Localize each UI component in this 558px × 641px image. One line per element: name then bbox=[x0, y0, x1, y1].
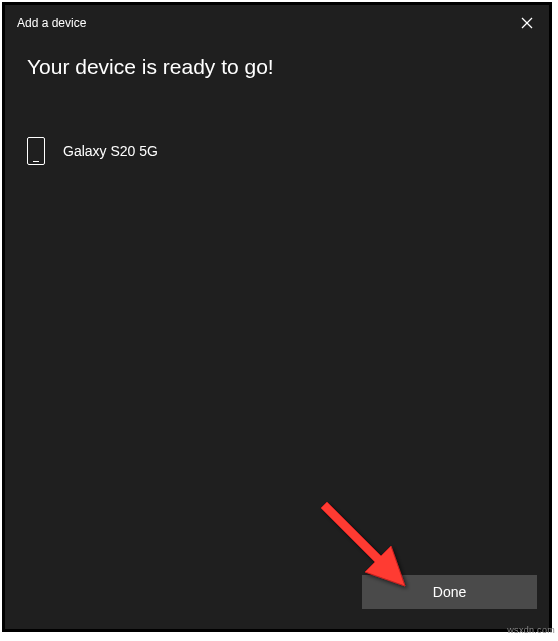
titlebar: Add a device bbox=[5, 5, 549, 41]
close-button[interactable] bbox=[517, 13, 537, 33]
dialog-content: Your device is ready to go! Galaxy S20 5… bbox=[5, 41, 549, 575]
device-item: Galaxy S20 5G bbox=[27, 137, 527, 165]
phone-icon bbox=[27, 137, 45, 165]
watermark: wsxdn.com bbox=[507, 625, 555, 635]
add-device-dialog: Add a device Your device is ready to go!… bbox=[5, 5, 549, 629]
close-icon bbox=[521, 17, 533, 29]
ready-heading: Your device is ready to go! bbox=[27, 55, 527, 79]
device-name-label: Galaxy S20 5G bbox=[63, 143, 158, 159]
done-button[interactable]: Done bbox=[362, 575, 537, 609]
dialog-footer: Done bbox=[5, 575, 549, 629]
dialog-title: Add a device bbox=[17, 16, 86, 30]
